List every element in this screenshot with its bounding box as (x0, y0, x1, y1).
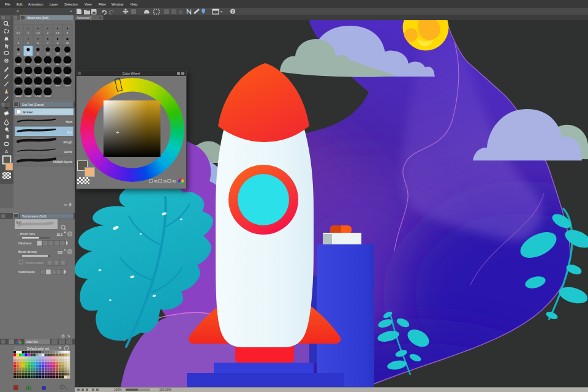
svg-text:⚙: ⚙ (61, 334, 65, 338)
svg-text:Stabilization: Stabilization (18, 270, 35, 274)
svg-text:42: 42 (172, 179, 176, 183)
svg-text:17: 17 (37, 52, 40, 55)
svg-text:Selection: Selection (64, 2, 78, 6)
svg-text:Tool property [Soft]: Tool property [Soft] (22, 215, 46, 218)
svg-text:«: « (70, 9, 72, 14)
svg-text:500: 500 (26, 84, 31, 87)
svg-text:Window: Window (111, 2, 124, 6)
svg-text:View: View (85, 2, 92, 6)
svg-text:Brush density: Brush density (18, 250, 37, 254)
svg-text:Soft: Soft (67, 131, 72, 134)
svg-text:600: 600 (36, 84, 41, 87)
svg-text:60: 60 (37, 62, 40, 66)
svg-text:Alchemist (*: Alchemist (* (77, 17, 92, 20)
svg-text:100: 100 (66, 62, 70, 66)
svg-text:170: 170 (36, 74, 41, 77)
svg-text:25: 25 (56, 52, 59, 55)
svg-text:Color Wheel: Color Wheel (123, 72, 140, 75)
svg-text:File: File (5, 2, 10, 6)
svg-text:«: « (17, 9, 19, 14)
svg-text:0.7: 0.7 (17, 31, 20, 34)
svg-text:30: 30 (66, 52, 69, 55)
svg-text:Filter: Filter (99, 2, 106, 6)
svg-text:20: 20 (47, 52, 50, 55)
svg-text:100: 100 (58, 251, 63, 254)
svg-text:Sub Tool [Eraser]: Sub Tool [Eraser] (22, 104, 44, 107)
svg-text:120: 120 (17, 74, 21, 77)
svg-text:Brush size [Soft]: Brush size [Soft] (28, 17, 48, 20)
svg-text:Multiple layers: Multiple layers (53, 160, 73, 164)
svg-text:15.0: 15.0 (56, 233, 62, 236)
svg-text:70: 70 (47, 62, 50, 66)
svg-text:1000: 1000 (64, 84, 70, 87)
svg-text:🗑: 🗑 (69, 203, 72, 206)
svg-text:800: 800 (56, 84, 61, 87)
svg-text:Animation: Animation (28, 2, 43, 6)
svg-text:10: 10 (66, 42, 69, 45)
svg-text:250: 250 (56, 74, 61, 77)
svg-text:×: × (99, 16, 102, 20)
svg-text:Default color set: Default color set (27, 347, 50, 350)
svg-text:Color Set: Color Set (26, 341, 38, 344)
svg-text:45: 45 (154, 179, 157, 183)
svg-text:2.5: 2.5 (56, 31, 59, 34)
svg-text:?: ? (232, 9, 234, 13)
svg-text:12: 12 (17, 52, 20, 55)
svg-text:Vector: Vector (64, 151, 72, 154)
svg-text:Vector eraser: Vector eraser (25, 261, 43, 265)
svg-text:150: 150 (26, 74, 31, 77)
svg-text:80: 80 (56, 62, 59, 66)
svg-text:Hard: Hard (66, 121, 72, 124)
svg-text:A: A (5, 149, 8, 154)
svg-text:Eraser: Eraser (23, 110, 33, 114)
svg-text:40: 40 (17, 62, 20, 66)
svg-text:Layer: Layer (50, 2, 58, 6)
svg-text:50: 50 (27, 62, 30, 66)
svg-text:15: 15 (27, 52, 30, 55)
svg-text:1700: 1700 (35, 94, 41, 97)
svg-text:100.00%: 100.00% (159, 388, 172, 391)
svg-text:Rough: Rough (64, 141, 73, 144)
svg-text:19: 19 (163, 179, 167, 183)
svg-text:Brush Size: Brush Size (20, 232, 35, 236)
svg-text:✎: ✎ (67, 334, 70, 338)
svg-text:↓: ↓ (17, 233, 19, 236)
svg-text:▭: ▭ (64, 203, 67, 206)
svg-text:1200: 1200 (15, 94, 21, 97)
svg-text:2000: 2000 (45, 94, 51, 97)
svg-text:Edit: Edit (17, 2, 23, 6)
svg-text:1500: 1500 (25, 94, 31, 97)
svg-text:100%: 100% (114, 388, 122, 391)
svg-text:700: 700 (46, 84, 51, 87)
svg-text:200: 200 (46, 74, 51, 77)
svg-text:Soft: Soft (16, 221, 22, 224)
svg-text:Help: Help (130, 2, 137, 6)
svg-text:Hardness: Hardness (18, 241, 32, 245)
svg-text:400: 400 (17, 84, 21, 87)
svg-text:300: 300 (66, 74, 70, 77)
svg-text:1.5: 1.5 (36, 31, 40, 34)
